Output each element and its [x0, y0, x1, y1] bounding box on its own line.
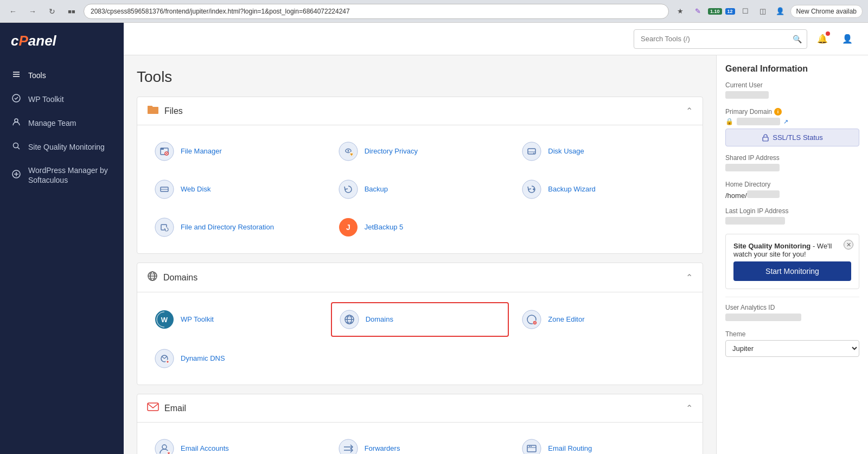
email-collapse-btn[interactable]: ⌃ — [686, 403, 693, 413]
home-directory-blurred — [747, 190, 780, 198]
tool-domains[interactable]: Domains — [331, 302, 509, 337]
reload-button[interactable]: ↻ — [44, 4, 60, 19]
disk-usage-icon — [521, 140, 542, 162]
tool-backup[interactable]: Backup — [331, 173, 509, 206]
tool-web-disk[interactable]: Web Disk — [147, 173, 326, 206]
sidebar-item-manage-team-label: Manage Team — [28, 118, 76, 128]
lock-icon: 🔒 — [725, 118, 733, 125]
theme-label: Theme — [725, 330, 859, 338]
tool-zone-editor[interactable]: Zone Editor — [514, 302, 693, 337]
last-login-ip-value — [725, 217, 859, 226]
sidebar-item-wordpress-manager[interactable]: WordPress Manager by Softaculous — [0, 159, 124, 191]
tool-email-routing[interactable]: Email Routing — [514, 432, 693, 454]
external-link-icon[interactable]: ↗ — [783, 118, 788, 125]
domains-tools-grid: W WP Toolkit — [147, 302, 693, 375]
top-header: 🔍 🔔 👤 — [124, 23, 868, 55]
email-section-body: Email Accounts — [137, 423, 703, 454]
browser-actions: ★ ✎ 1.10 12 ☐ ◫ 👤 New Chrome availab — [673, 4, 863, 18]
tool-file-manager[interactable]: File Manager — [147, 135, 326, 168]
last-login-ip-row: Last Login IP Address — [725, 207, 859, 226]
svg-point-58 — [155, 439, 174, 454]
puzzle-icon[interactable]: ☐ — [738, 4, 752, 18]
current-user-row: Current User — [725, 81, 859, 100]
tool-disk-usage[interactable]: Disk Usage — [514, 135, 693, 168]
sidebar-item-wordpress-manager-label: WordPress Manager by Softaculous — [28, 165, 113, 185]
files-section-header-left: Files — [147, 105, 183, 117]
svg-point-69 — [529, 446, 530, 447]
manage-team-icon — [11, 118, 22, 129]
tool-directory-privacy[interactable]: Directory Privacy — [331, 135, 509, 168]
files-section-header[interactable]: Files ⌃ — [137, 97, 703, 125]
tool-forwarders[interactable]: Forwarders — [331, 432, 509, 454]
tool-jetbackup5[interactable]: J JetBackup 5 — [331, 211, 509, 244]
search-tools-input[interactable] — [634, 29, 807, 49]
jetbackup5-label: JetBackup 5 — [365, 223, 404, 232]
email-icon — [147, 402, 159, 414]
primary-domain-info-icon[interactable]: i — [774, 108, 782, 116]
extension-badge-blue: 12 — [725, 8, 735, 15]
sidebar-item-wp-toolkit[interactable]: WP Toolkit — [0, 87, 124, 111]
domains-icon — [339, 309, 360, 330]
svg-point-4 — [15, 119, 18, 122]
extensions-button[interactable]: ■■ — [64, 4, 79, 19]
domains-section-header[interactable]: Domains ⌃ — [137, 263, 703, 292]
star-button[interactable]: ★ — [673, 4, 687, 18]
edit-icon[interactable]: ✎ — [691, 4, 705, 18]
svg-point-8 — [155, 142, 174, 161]
theme-select[interactable]: Jupiter Paper_Lantern — [725, 340, 859, 357]
wp-toolkit-icon — [11, 94, 22, 105]
svg-point-22 — [533, 153, 534, 154]
tool-email-accounts[interactable]: Email Accounts — [147, 432, 326, 454]
svg-rect-18 — [351, 155, 352, 156]
email-section-label: Email — [164, 404, 186, 413]
notification-button[interactable]: 🔔 — [813, 29, 832, 49]
back-button[interactable]: ← — [5, 4, 21, 19]
start-monitoring-button[interactable]: Start Monitoring — [733, 261, 851, 281]
user-analytics-value — [725, 314, 859, 323]
sqm-close-button[interactable]: ✕ — [844, 240, 853, 250]
address-bar[interactable] — [84, 4, 669, 19]
svg-rect-57 — [148, 403, 158, 411]
email-section-header[interactable]: Email ⌃ — [137, 394, 703, 423]
sqm-banner: ✕ Site Quality Monitoring - We'll watch … — [725, 234, 859, 289]
file-restoration-icon — [154, 216, 175, 238]
tool-backup-wizard[interactable]: Backup Wizard — [514, 173, 693, 206]
shared-ip-label: Shared IP Address — [725, 154, 859, 162]
domains-globe-icon — [147, 271, 158, 284]
svg-point-26 — [339, 180, 358, 199]
tool-wp-toolkit-domains[interactable]: W WP Toolkit — [147, 302, 326, 337]
theme-row: Theme Jupiter Paper_Lantern — [725, 330, 859, 357]
svg-rect-10 — [161, 148, 164, 150]
files-collapse-btn[interactable]: ⌃ — [686, 106, 693, 116]
last-login-ip-label: Last Login IP Address — [725, 207, 859, 215]
svg-point-52 — [534, 322, 535, 323]
domains-collapse-btn[interactable]: ⌃ — [686, 272, 693, 283]
domains-section-header-left: Domains — [147, 271, 197, 284]
general-info-title: General Information — [725, 64, 859, 74]
sidebar-item-tools[interactable]: Tools — [0, 63, 124, 87]
sqm-banner-title: Site Quality Monitoring - We'll watch yo… — [733, 242, 851, 258]
svg-rect-83 — [763, 137, 768, 141]
tool-file-directory-restoration[interactable]: File and Directory Restoration — [147, 211, 326, 244]
folder-icon — [147, 105, 159, 117]
backup-label: Backup — [365, 185, 388, 194]
user-profile-button[interactable]: 👤 — [838, 29, 857, 49]
new-chrome-button[interactable]: New Chrome availab — [790, 5, 863, 18]
ssl-tls-status-button[interactable]: SSL/TLS Status — [725, 129, 859, 146]
last-login-ip-blurred — [725, 217, 785, 225]
current-user-label: Current User — [725, 81, 859, 89]
sidebar-item-tools-label: Tools — [28, 71, 46, 80]
forward-button[interactable]: → — [25, 4, 40, 19]
web-disk-icon — [154, 178, 175, 200]
jetbackup5-icon: J — [337, 216, 359, 238]
file-manager-label: File Manager — [181, 147, 222, 156]
app-container: cPanel Tools WP Toolkit — [0, 23, 868, 454]
profile-icon[interactable]: 👤 — [773, 4, 787, 18]
search-icon[interactable]: 🔍 — [793, 35, 802, 43]
file-manager-icon — [154, 140, 175, 162]
ssl-btn-label: SSL/TLS Status — [773, 133, 823, 142]
sidebar-toggle[interactable]: ◫ — [756, 4, 770, 18]
sidebar-item-site-quality[interactable]: Site Quality Monitoring — [0, 135, 124, 159]
sidebar-item-manage-team[interactable]: Manage Team — [0, 111, 124, 135]
tool-dynamic-dns[interactable]: Dynamic DNS — [147, 342, 326, 375]
